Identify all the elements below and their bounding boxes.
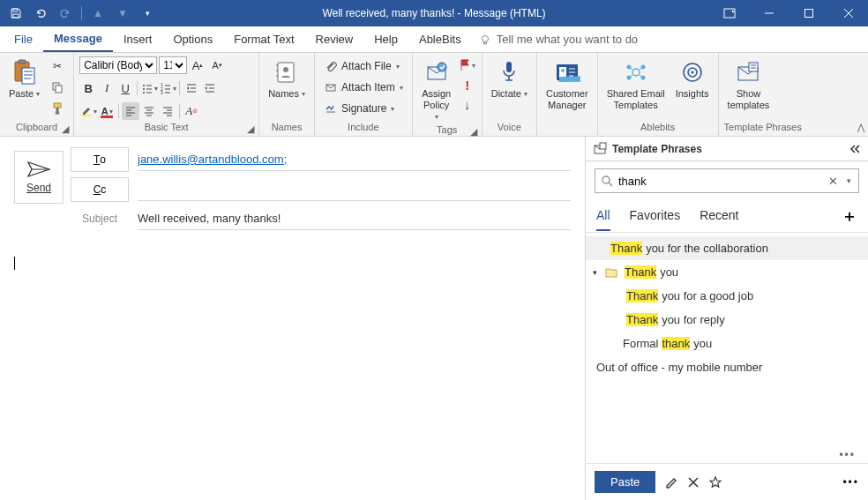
cut-button[interactable]: ✂ xyxy=(47,56,68,76)
names-button[interactable]: Names▾ xyxy=(265,56,309,101)
ribbon-group-customer-manager: Customer Manager xyxy=(537,53,598,136)
message-body[interactable] xyxy=(0,246,585,500)
customer-manager-button[interactable]: Customer Manager xyxy=(542,56,592,113)
maximize-button[interactable] xyxy=(789,0,828,26)
insights-button[interactable]: Insights xyxy=(672,56,713,101)
font-name-select[interactable]: Calibri (Body) xyxy=(79,56,157,74)
highlight-button[interactable]: ▾ xyxy=(79,102,97,120)
ribbon: Paste▾ ✂ Clipboard◢ Calibri (Body) 11 A▴… xyxy=(0,53,868,137)
signature-icon xyxy=(324,101,338,116)
expand-pane-button[interactable] xyxy=(849,144,861,154)
follow-up-button[interactable]: ▾ xyxy=(459,56,476,74)
format-painter-button[interactable] xyxy=(47,99,68,118)
menu-message[interactable]: Message xyxy=(43,26,113,52)
shared-email-templates-button[interactable]: Shared Email Templates xyxy=(603,56,669,113)
template-search-input[interactable] xyxy=(618,175,821,188)
dictate-button[interactable]: Dictate▾ xyxy=(488,56,531,101)
font-color-button[interactable]: A▾ xyxy=(98,102,116,120)
bullets-button[interactable]: ▾ xyxy=(140,79,158,97)
high-importance-button[interactable]: ! xyxy=(459,76,476,93)
svg-rect-9 xyxy=(19,60,26,63)
font-size-select[interactable]: 11 xyxy=(159,56,187,74)
show-templates-button[interactable]: Show templates xyxy=(724,56,774,113)
menu-file[interactable]: File xyxy=(4,26,43,52)
attach-file-button[interactable]: Attach File▾ xyxy=(320,56,407,76)
template-list-more[interactable]: ••• xyxy=(586,447,868,463)
ribbon-group-ablebits: Shared Email Templates Insights Ablebits xyxy=(598,53,719,136)
template-footer-more[interactable]: ••• xyxy=(842,476,859,489)
cc-button[interactable]: Cc xyxy=(71,177,129,202)
clear-search-button[interactable]: ✕ xyxy=(827,175,840,188)
grow-font-button[interactable]: A▴ xyxy=(189,56,206,74)
copy-button[interactable] xyxy=(47,78,68,97)
tags-dialog-launcher[interactable]: ◢ xyxy=(469,126,478,135)
svg-point-62 xyxy=(561,69,565,72)
numbering-button[interactable]: 123▾ xyxy=(159,79,176,97)
menu-review[interactable]: Review xyxy=(305,26,364,52)
paste-button[interactable]: Paste▾ xyxy=(5,56,43,101)
collapse-ribbon-button[interactable]: ⋀ xyxy=(857,123,864,132)
next-item-qat-button[interactable]: ▼ xyxy=(112,3,133,24)
template-item[interactable]: Thank you for a good job xyxy=(586,284,868,308)
send-button[interactable]: Send xyxy=(14,151,64,204)
menu-ablebits[interactable]: AbleBits xyxy=(408,26,472,52)
cut-icon: ✂ xyxy=(50,59,64,73)
qat-customize-button[interactable]: ▾ xyxy=(137,3,158,24)
show-templates-icon xyxy=(735,58,761,86)
bold-button[interactable]: B xyxy=(79,79,97,97)
ribbon-display-options-button[interactable] xyxy=(709,0,749,26)
to-field[interactable] xyxy=(138,148,571,171)
edit-template-button[interactable] xyxy=(664,475,678,489)
clear-formatting-button[interactable]: A⊘ xyxy=(183,102,200,120)
align-center-button[interactable] xyxy=(140,102,158,120)
align-left-button[interactable] xyxy=(122,102,139,120)
close-button[interactable] xyxy=(828,0,868,26)
low-importance-button[interactable]: ↓ xyxy=(459,95,476,113)
svg-rect-84 xyxy=(600,143,606,149)
subject-field[interactable] xyxy=(138,207,571,230)
menu-insert[interactable]: Insert xyxy=(113,26,163,52)
template-folder[interactable]: ▾ Thank you xyxy=(586,260,868,284)
tab-favorites[interactable]: Favorites xyxy=(630,208,681,229)
attach-item-button[interactable]: Attach Item▾ xyxy=(320,78,407,97)
svg-rect-2 xyxy=(724,9,735,18)
tell-me-search[interactable]: Tell me what you want to do xyxy=(479,26,638,52)
template-item[interactable]: Formal thank you xyxy=(586,332,868,355)
to-button[interactable]: To xyxy=(71,147,129,172)
favorite-template-button[interactable] xyxy=(708,475,722,489)
assign-policy-button[interactable]: Assign Policy ▾ xyxy=(418,56,455,123)
signature-button[interactable]: Signature▾ xyxy=(320,99,407,118)
template-item[interactable]: Out of office - my mobile number xyxy=(586,355,868,379)
tab-recent[interactable]: Recent xyxy=(700,208,738,229)
menu-format-text[interactable]: Format Text xyxy=(223,26,304,52)
undo-qat-button[interactable] xyxy=(30,3,51,24)
menu-help[interactable]: Help xyxy=(363,26,408,52)
paste-template-button[interactable]: Paste xyxy=(595,471,655,493)
basic-text-dialog-launcher[interactable]: ◢ xyxy=(246,123,255,132)
shrink-font-button[interactable]: A▾ xyxy=(208,56,226,74)
prev-item-qat-button[interactable]: ▲ xyxy=(87,3,108,24)
delete-template-button[interactable] xyxy=(687,476,700,489)
folder-collapse-icon[interactable]: ▾ xyxy=(593,268,602,277)
italic-button[interactable]: I xyxy=(98,79,116,97)
add-template-button[interactable]: ＋ xyxy=(842,205,857,232)
search-dropdown-button[interactable]: ▾ xyxy=(845,176,853,185)
subject-label: Subject xyxy=(71,213,129,225)
clipboard-dialog-launcher[interactable]: ◢ xyxy=(61,123,70,132)
template-item[interactable]: Thank you for reply xyxy=(586,308,868,332)
compose-area: Send To Cc Subject xyxy=(0,137,586,500)
menu-options[interactable]: Options xyxy=(162,26,223,52)
template-search-box[interactable]: ✕ ▾ xyxy=(595,168,859,193)
cc-field[interactable] xyxy=(138,178,571,201)
redo-qat-button[interactable] xyxy=(55,3,76,24)
minimize-button[interactable] xyxy=(749,0,789,26)
svg-point-67 xyxy=(626,65,631,70)
increase-indent-button[interactable] xyxy=(201,79,219,97)
align-right-button[interactable] xyxy=(159,102,176,120)
tab-all[interactable]: All xyxy=(596,208,610,231)
save-qat-button[interactable] xyxy=(5,3,26,24)
decrease-indent-button[interactable] xyxy=(183,79,200,97)
underline-button[interactable]: U xyxy=(116,79,134,97)
attach-item-icon xyxy=(324,80,338,94)
template-item[interactable]: Thank you for the collaboration xyxy=(586,236,868,260)
